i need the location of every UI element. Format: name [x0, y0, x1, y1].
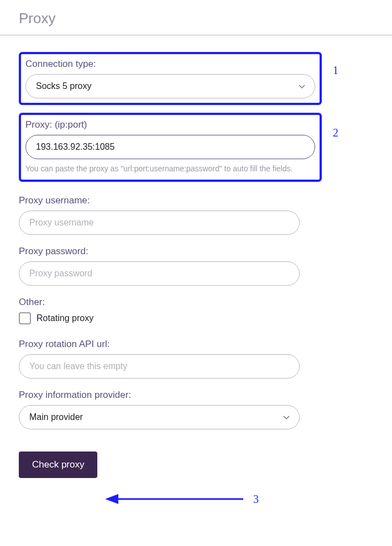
connection-type-label: Connection type: [25, 59, 315, 70]
proxy-ipport-hint: You can paste the proxy as "url:port:use… [25, 164, 296, 174]
proxy-ipport-input[interactable] [25, 135, 315, 159]
provider-label: Proxy information provider: [19, 390, 300, 401]
proxy-password-input[interactable] [19, 261, 300, 286]
arrow-icon [105, 491, 243, 507]
proxy-username-label: Proxy username: [19, 195, 300, 206]
rotation-api-input[interactable] [19, 354, 300, 379]
connection-type-value: Socks 5 proxy [25, 74, 315, 98]
proxy-username-input[interactable] [19, 211, 300, 235]
annotation-1: 1 [333, 64, 338, 77]
page-title: Proxy [0, 0, 392, 35]
provider-value: Main provider [19, 405, 300, 429]
connection-type-select[interactable]: Socks 5 proxy [25, 74, 315, 98]
annotation-3: 3 [253, 493, 259, 506]
check-proxy-button[interactable]: Check proxy [19, 452, 97, 478]
proxy-ipport-highlight: Proxy: (ip:port) You can paste the proxy… [19, 113, 322, 182]
other-label: Other: [19, 297, 300, 308]
proxy-password-label: Proxy password: [19, 246, 300, 257]
provider-select[interactable]: Main provider [19, 405, 300, 429]
rotation-api-label: Proxy rotation API url: [19, 339, 300, 350]
annotation-2: 2 [333, 127, 338, 139]
svg-marker-1 [105, 494, 118, 504]
rotating-proxy-checkbox[interactable] [19, 312, 31, 324]
connection-type-highlight: Connection type: Socks 5 proxy [19, 52, 322, 105]
rotating-proxy-label: Rotating proxy [36, 313, 93, 323]
proxy-ipport-label: Proxy: (ip:port) [25, 119, 315, 130]
